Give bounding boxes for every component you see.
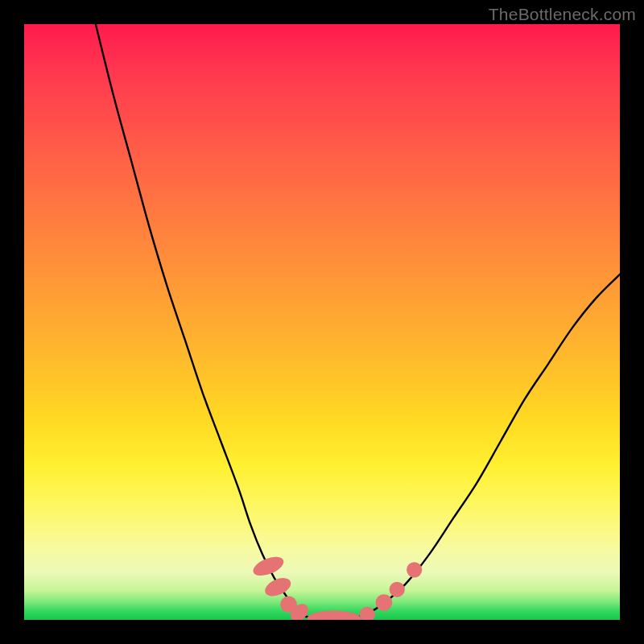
valley-marker-8	[407, 562, 422, 577]
chart-overlay	[24, 24, 620, 620]
watermark-text: TheBottleneck.com	[489, 5, 636, 24]
valley-markers	[250, 553, 422, 620]
curve-path	[96, 24, 620, 619]
plot-area	[24, 24, 620, 620]
bottleneck-curve	[96, 24, 620, 619]
valley-marker-6	[376, 594, 393, 611]
valley-marker-7	[390, 582, 405, 597]
outer-frame: TheBottleneck.com	[0, 0, 644, 644]
valley-marker-5	[360, 607, 375, 620]
valley-marker-4	[308, 611, 361, 620]
valley-marker-0	[250, 553, 286, 580]
valley-marker-1	[262, 575, 294, 600]
